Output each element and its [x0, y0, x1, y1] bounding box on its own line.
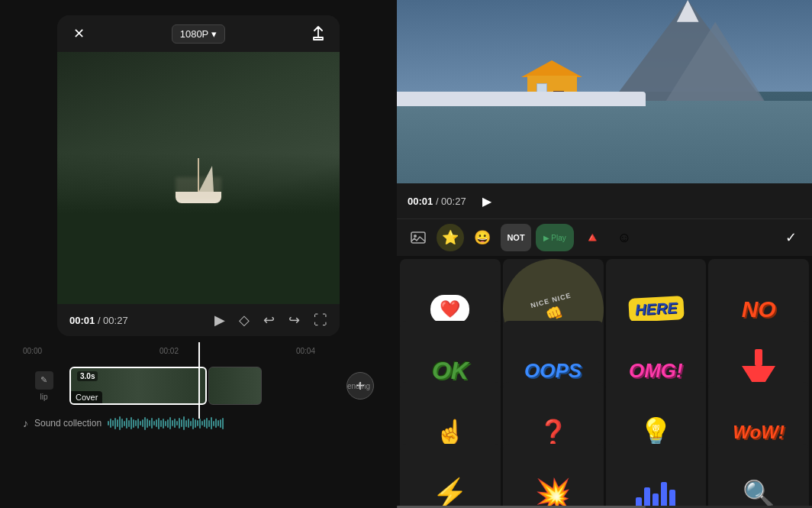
ruler-mark-0: 00:00: [23, 347, 42, 355]
ending-label: ending: [347, 382, 370, 390]
right-time-display: 00:01 / 00:27 ▶: [397, 183, 812, 218]
clip-secondary[interactable]: [208, 367, 262, 405]
lightning-graphic: ⚡: [432, 477, 468, 506]
wave-bar: [195, 419, 196, 428]
wave-bar: [151, 418, 153, 429]
sound-label: Sound collection: [34, 418, 102, 429]
wave-bar: [126, 418, 127, 429]
track-label-icon: ✎: [35, 371, 53, 390]
sticker-tool-not[interactable]: NOT: [501, 224, 531, 251]
heart-bubble-graphic: ❤️: [430, 295, 469, 324]
boat-reflection: [176, 177, 221, 200]
sticker-tool-emoji[interactable]: 😀: [469, 224, 496, 251]
ruler-mark-2: 00:02: [160, 347, 179, 355]
track-label-text: lip: [40, 393, 47, 401]
house-roof: [521, 60, 582, 77]
wave-bar: [192, 418, 194, 429]
sticker-bar-chart[interactable]: [606, 444, 707, 506]
mountain-scene: [397, 0, 812, 183]
oops-text: OOPS: [524, 359, 582, 383]
close-button[interactable]: ✕: [68, 23, 89, 44]
undo-button[interactable]: ↩: [263, 312, 275, 328]
sticker-tool-star[interactable]: ⭐: [437, 224, 464, 251]
svg-point-4: [414, 235, 417, 238]
wave-bar: [147, 419, 148, 428]
wave-bar: [130, 417, 132, 429]
current-time: 00:01: [69, 315, 95, 326]
wave-bar: [188, 419, 189, 428]
sticker-tool-smiley[interactable]: ☺: [611, 224, 638, 251]
sticker-tool-play[interactable]: ▶Play: [536, 224, 574, 251]
wave-bar: [140, 421, 141, 425]
wave-bar: [206, 418, 208, 429]
playback-controls: ▶ ◇ ↩ ↪ ⛶: [214, 312, 327, 328]
sticker-grid: ❤️ NICE NICE 👊 HERE NO OK: [397, 256, 812, 506]
editor-toolbar: ✕ 1080P ▾: [57, 15, 340, 52]
wave-bar: [167, 419, 169, 428]
playhead[interactable]: [198, 342, 200, 419]
resolution-value: 1080P: [180, 28, 209, 40]
wave-bar: [213, 421, 214, 426]
sticker-magnify[interactable]: 🔍: [708, 444, 809, 506]
wave-bar: [165, 421, 166, 426]
bar-chart-graphic: [636, 478, 675, 506]
svg-rect-3: [411, 232, 425, 243]
sticker-confirm-button[interactable]: ✓: [777, 224, 804, 251]
here-text: HERE: [634, 299, 678, 319]
finger-graphic: ☝️: [435, 418, 466, 447]
sticker-explosion[interactable]: 💥: [503, 444, 604, 506]
total-time: 00:27: [103, 315, 128, 326]
wave-bar: [128, 420, 130, 427]
wave-bar: [204, 419, 205, 427]
wave-bar: [156, 419, 157, 427]
shape-button[interactable]: ◇: [239, 312, 250, 328]
wave-bar: [176, 421, 178, 425]
no-text: NO: [742, 296, 776, 322]
clip-main[interactable]: 3.0s Cover: [69, 367, 207, 405]
wave-bar: [163, 419, 164, 429]
sticker-tool-image[interactable]: [404, 224, 432, 251]
wave-bar: [199, 419, 201, 429]
timeline-ruler: 00:00 00:02 00:04: [15, 342, 382, 359]
ok-text: OK: [432, 357, 469, 385]
redo-button[interactable]: ↪: [288, 312, 300, 328]
wave-bar: [153, 421, 155, 425]
wave-bar: [110, 419, 111, 428]
sticker-lightning[interactable]: ⚡: [400, 444, 501, 506]
water-ground: [397, 101, 812, 183]
video-preview: [57, 52, 340, 304]
wave-bar: [135, 420, 137, 426]
sticker-toolbar: ⭐ 😀 NOT ▶Play 🔺 ☺ ✓: [397, 218, 812, 256]
wave-bar: [117, 419, 118, 427]
wave-bar: [142, 419, 143, 427]
right-play-button[interactable]: ▶: [475, 189, 498, 212]
wave-bar: [137, 419, 139, 429]
wave-bar: [197, 420, 198, 426]
fullscreen-button[interactable]: ⛶: [314, 312, 327, 328]
timeline-section: 00:00 00:02 00:04 ✎ lip 3.0s: [15, 342, 382, 434]
resolution-arrow: ▾: [211, 28, 217, 40]
wave-bar: [121, 419, 123, 428]
ruler-mark-4: 00:04: [296, 347, 315, 355]
time-display: 00:01 / 00:27: [69, 315, 128, 326]
magnify-graphic: 🔍: [743, 478, 775, 506]
resolution-selector[interactable]: 1080P ▾: [172, 24, 226, 44]
upload-button[interactable]: [308, 23, 329, 44]
wave-bar: [208, 420, 210, 427]
wave-bar: [218, 420, 219, 426]
left-panel: ✕ 1080P ▾: [0, 0, 397, 508]
sound-icon: ♪: [23, 417, 28, 429]
wave-bar: [144, 417, 146, 430]
wave-bar: [114, 418, 116, 429]
video-editor-card: ✕ 1080P ▾: [57, 15, 340, 336]
right-panel: 00:01 / 00:27 ▶ ⭐ 😀 NOT ▶Play 🔺 ☺ ✓: [397, 0, 812, 508]
wave-bar: [220, 419, 221, 428]
clip-duration: 3.0s: [77, 371, 98, 381]
right-time-text: 00:01 / 00:27: [408, 196, 466, 207]
wave-bar: [179, 418, 180, 429]
wave-bar: [190, 421, 192, 426]
sticker-tool-cone[interactable]: 🔺: [578, 224, 606, 251]
wave-bar: [172, 420, 173, 426]
snow-ground: [397, 92, 646, 106]
play-button[interactable]: ▶: [214, 312, 225, 328]
